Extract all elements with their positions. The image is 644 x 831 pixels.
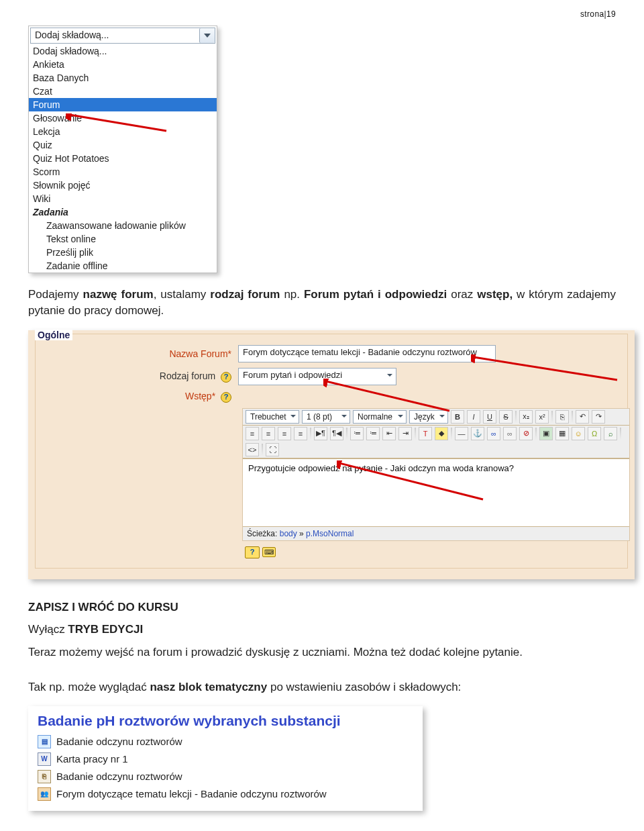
dropdown-option[interactable]: Forum xyxy=(29,98,217,111)
emoji-button[interactable]: ☺ xyxy=(572,427,585,440)
web-icon: ▤ xyxy=(38,735,51,748)
dropdown-option[interactable]: Ankieta xyxy=(29,58,217,71)
fieldset-legend: Ogólne xyxy=(35,330,72,340)
forum-type-select[interactable]: Forum pytań i odpowiedzi xyxy=(238,368,396,385)
align-justify-button[interactable]: ≡ xyxy=(294,427,307,440)
style-select[interactable]: Normalne xyxy=(353,410,407,424)
bgcolor-button[interactable]: ◆ xyxy=(435,427,448,440)
sup-button[interactable]: x² xyxy=(535,410,549,424)
editor-toolbar-1: Trebuchet 1 (8 pt) Normalne Język B I U … xyxy=(243,409,629,426)
hr-button[interactable]: — xyxy=(455,427,468,440)
block-item[interactable]: ⎘Badanie odczynu roztworów xyxy=(38,768,413,785)
form-figure: Ogólne Nazwa Forum* Forym dotyczące tema… xyxy=(28,330,635,579)
dropdown-option[interactable]: Quiz xyxy=(29,138,217,152)
svg-line-1 xyxy=(70,115,166,131)
link-button[interactable]: ∞ xyxy=(487,427,500,440)
help-icon[interactable]: ? xyxy=(221,372,231,383)
block-item[interactable]: WKarta pracy nr 1 xyxy=(38,750,413,768)
dropdown-figure: Dodaj składową... Dodaj składową...Ankie… xyxy=(28,26,217,273)
search-button[interactable]: ⌕ xyxy=(604,427,617,440)
ul-button[interactable]: ≔ xyxy=(366,427,380,440)
arrow-icon xyxy=(66,113,173,134)
editor-toolbar-2: ≡ ≡ ≡ ≡ ▶¶ ¶◀ ≔ ≔ ⇤ ⇥ T ◆ — xyxy=(243,426,629,458)
bold-button[interactable]: B xyxy=(451,410,464,424)
editor-path: Ścieżka: body » p.MsoNormal xyxy=(243,527,629,540)
char-button[interactable]: Ω xyxy=(588,427,601,440)
dropdown-option[interactable]: Słownik pojęć xyxy=(29,179,217,192)
nolink-button[interactable]: ⊘ xyxy=(519,427,533,440)
outdent-button[interactable]: ⇤ xyxy=(382,427,396,440)
dropdown-option[interactable]: Dodaj składową... xyxy=(29,44,217,58)
ol-button[interactable]: ≔ xyxy=(350,427,364,440)
path-link[interactable]: body xyxy=(280,529,297,538)
italic-button[interactable]: I xyxy=(467,410,480,424)
help-icon[interactable]: ? xyxy=(245,546,260,558)
unlink-button[interactable]: ∞ xyxy=(503,427,517,440)
table-button[interactable]: ▦ xyxy=(555,427,569,440)
block-title: Badanie pH roztworów wybranych substancj… xyxy=(38,713,413,729)
dropdown-option[interactable]: Scorm xyxy=(29,165,217,179)
undo-button[interactable]: ↶ xyxy=(576,410,589,424)
keyboard-icon: ⌨ xyxy=(262,547,276,557)
align-right-button[interactable]: ≡ xyxy=(278,427,291,440)
block-figure: Badanie pH roztworów wybranych substancj… xyxy=(28,706,423,811)
clean-button[interactable]: ⎘ xyxy=(555,410,569,424)
redo-button[interactable]: ↷ xyxy=(592,410,605,424)
indent-button[interactable]: ⇥ xyxy=(398,427,412,440)
fullscreen-button[interactable]: ⛶ xyxy=(266,443,279,456)
sub-button[interactable]: x₂ xyxy=(519,410,533,424)
dropdown-option[interactable]: Quiz Hot Potatoes xyxy=(29,152,217,165)
underline-button[interactable]: U xyxy=(483,410,496,424)
label-type: Rodzaj forum xyxy=(160,371,215,381)
paragraph: Podajemy nazwę forum, ustalamy rodzaj fo… xyxy=(28,287,616,319)
dropdown-option[interactable]: Baza Danych xyxy=(29,71,217,85)
dropdown-option[interactable]: Czat xyxy=(29,85,217,98)
dropdown-option[interactable]: Zadania xyxy=(29,205,217,219)
strike-button[interactable]: S xyxy=(499,410,513,424)
font-select[interactable]: Trebuchet xyxy=(246,410,299,424)
image-button[interactable]: ▣ xyxy=(539,427,553,440)
size-select[interactable]: 1 (8 pt) xyxy=(302,410,350,424)
align-center-button[interactable]: ≡ xyxy=(262,427,275,440)
link-icon: ⎘ xyxy=(38,770,51,783)
help-icon[interactable]: ? xyxy=(221,392,231,403)
anchor-button[interactable]: ⚓ xyxy=(471,427,484,440)
forum-name-input[interactable]: Forym dotyczące tematu lekcji - Badanie … xyxy=(238,345,496,362)
svg-marker-0 xyxy=(204,34,211,38)
textcolor-button[interactable]: T xyxy=(419,427,432,440)
lang-select[interactable]: Język xyxy=(409,410,448,424)
dropdown-selected: Dodaj składową... xyxy=(31,28,199,43)
paragraph: ZAPISZ I WRÓĆ DO KURSU Wyłącz TRYB EDYCJ… xyxy=(28,599,616,695)
dropdown-select[interactable]: Dodaj składową... xyxy=(30,28,215,44)
dropdown-option[interactable]: Wiki xyxy=(29,192,217,205)
chevron-down-icon[interactable] xyxy=(199,28,215,43)
align-left-button[interactable]: ≡ xyxy=(246,427,259,440)
forum-icon: 👥 xyxy=(38,787,51,801)
doc-icon: W xyxy=(38,752,51,766)
dropdown-option[interactable]: Prześlij plik xyxy=(29,246,217,259)
block-item-label: Badanie odczynu roztworów xyxy=(56,736,182,747)
rtl-button[interactable]: ¶◀ xyxy=(330,427,343,440)
dropdown-option[interactable]: Zadanie offline xyxy=(29,259,217,273)
dropdown-option[interactable]: Zaawansowane ładowanie plików xyxy=(29,219,217,232)
block-item-label: Karta pracy nr 1 xyxy=(56,753,128,765)
rich-text-editor[interactable]: Trebuchet 1 (8 pt) Normalne Język B I U … xyxy=(242,408,630,541)
block-item[interactable]: ▤Badanie odczynu roztworów xyxy=(38,733,413,750)
ltr-button[interactable]: ▶¶ xyxy=(314,427,327,440)
block-item-label: Forym dotyczące tematu lekcji - Badanie … xyxy=(56,788,327,799)
dropdown-option[interactable]: Tekst online xyxy=(29,232,217,246)
label-name: Nazwa Forum* xyxy=(169,348,231,359)
block-item-label: Badanie odczynu roztworów xyxy=(56,771,182,782)
label-intro: Wstęp* xyxy=(185,391,215,401)
path-link[interactable]: p.MsoNormal xyxy=(306,529,354,538)
editor-content[interactable]: Przygotujcie odpowiedź na pytanie - Jaki… xyxy=(243,458,629,527)
block-item[interactable]: 👥Forym dotyczące tematu lekcji - Badanie… xyxy=(38,785,413,803)
page-number: strona|19 xyxy=(28,9,616,19)
html-button[interactable]: <> xyxy=(246,443,259,456)
